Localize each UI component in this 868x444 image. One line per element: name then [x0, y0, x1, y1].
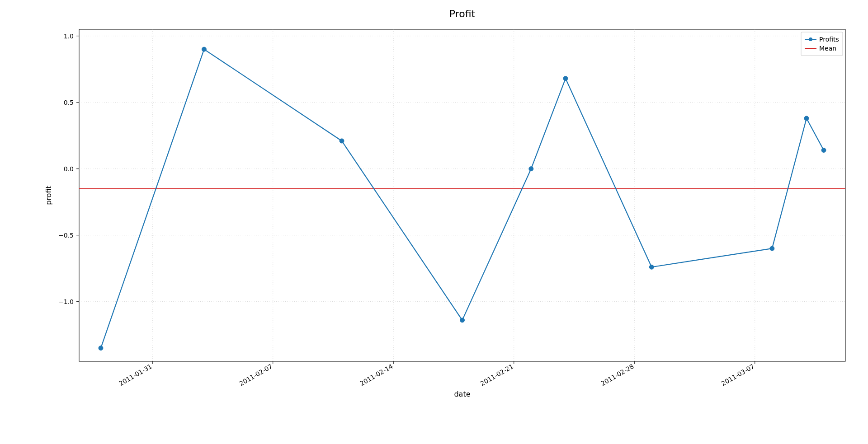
- y-tick-label: −1.0: [58, 298, 74, 305]
- legend: ProfitsMean: [801, 32, 843, 56]
- x-tick-label: 2011-03-07: [720, 363, 755, 388]
- profits-marker: [460, 318, 465, 322]
- x-tick-label: 2011-01-31: [118, 363, 153, 388]
- chart-title: Profit: [449, 8, 476, 19]
- profits-marker: [99, 346, 103, 351]
- y-tick-label: 0.5: [64, 99, 74, 106]
- y-tick-label: 0.0: [64, 165, 74, 173]
- x-tick-label: 2011-02-14: [359, 363, 394, 388]
- profits-marker: [770, 246, 774, 251]
- x-tick-label: 2011-02-21: [479, 363, 514, 388]
- x-axis-label: date: [454, 390, 470, 398]
- profit-line-chart: −1.0−0.50.00.51.02011-01-312011-02-07201…: [0, 0, 868, 444]
- profits-marker: [804, 116, 809, 121]
- legend-swatch-marker: [809, 37, 812, 41]
- profits-marker: [563, 76, 568, 81]
- y-axis-label: profit: [44, 186, 53, 205]
- y-tick-label: 1.0: [64, 33, 74, 40]
- x-tick-label: 2011-02-28: [599, 363, 635, 388]
- profits-marker: [529, 167, 533, 171]
- x-tick-label: 2011-02-07: [238, 363, 274, 388]
- profits-marker: [649, 265, 654, 269]
- legend-label: Mean: [819, 45, 836, 52]
- profits-marker: [202, 47, 206, 51]
- chart-container: −1.0−0.50.00.51.02011-01-312011-02-07201…: [0, 0, 868, 444]
- y-tick-label: −0.5: [58, 232, 74, 239]
- profits-marker: [340, 139, 344, 143]
- profits-marker: [821, 148, 826, 153]
- legend-label: Profits: [819, 36, 839, 43]
